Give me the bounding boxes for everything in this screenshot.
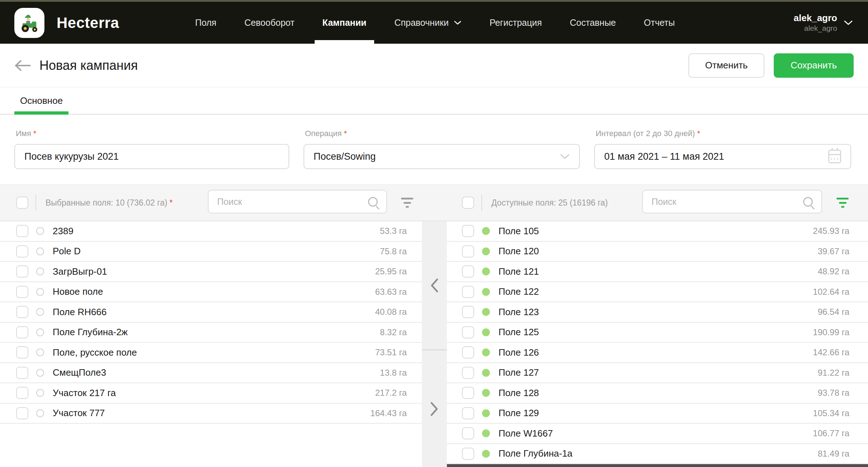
- field-status-circle-icon: [36, 348, 44, 356]
- list-item[interactable]: Поле 105245.93 га: [447, 221, 868, 242]
- select-all-available-checkbox[interactable]: [462, 197, 474, 209]
- tab-main[interactable]: Основное: [14, 87, 68, 114]
- field-status-dot-icon: [482, 450, 490, 458]
- field-status-dot-icon: [482, 288, 490, 296]
- user-menu[interactable]: alek_agro alek_agro: [794, 13, 853, 33]
- operation-select[interactable]: Посев/Sowing: [304, 144, 580, 169]
- required-asterisk: *: [344, 129, 347, 138]
- available-search: [642, 190, 822, 213]
- nav-item-reports[interactable]: Отчеты: [644, 2, 675, 44]
- row-checkbox[interactable]: [16, 367, 28, 379]
- field-status-circle-icon: [36, 369, 44, 377]
- chevron-down-icon: [844, 20, 853, 25]
- row-checkbox[interactable]: [462, 407, 474, 419]
- field-name: Pole D: [53, 246, 81, 257]
- row-checkbox[interactable]: [462, 326, 474, 338]
- list-item[interactable]: Участок 777164.43 га: [0, 404, 422, 424]
- date-range-picker[interactable]: 01 мая 2021 – 11 мая 2021: [594, 144, 851, 169]
- list-item[interactable]: Поле 122102.64 га: [447, 282, 868, 303]
- row-checkbox[interactable]: [462, 225, 474, 237]
- list-item[interactable]: Участок 217 га217.2 га: [0, 383, 422, 404]
- row-checkbox[interactable]: [462, 367, 474, 379]
- list-item[interactable]: СмещПоле313.8 га: [0, 363, 422, 384]
- row-checkbox[interactable]: [462, 387, 474, 399]
- list-item[interactable]: Поле 12396.54 га: [447, 302, 868, 323]
- row-checkbox[interactable]: [462, 286, 474, 298]
- arrow-left-icon: [14, 59, 32, 72]
- row-checkbox[interactable]: [16, 245, 28, 257]
- field-status-dot-icon: [482, 328, 490, 336]
- nav-item-registration[interactable]: Регистрация: [490, 2, 542, 44]
- nav-item-fields[interactable]: Поля: [195, 2, 216, 44]
- field-area: 106.77 га: [813, 428, 849, 438]
- row-checkbox[interactable]: [16, 387, 28, 399]
- row-checkbox[interactable]: [16, 346, 28, 358]
- field-area: 63.63 га: [375, 287, 407, 297]
- field-name: Поле RH666: [53, 307, 106, 318]
- list-item[interactable]: Поле Глубина-1а81.49 га: [447, 444, 868, 464]
- row-checkbox[interactable]: [16, 326, 28, 338]
- field-status-circle-icon: [36, 288, 44, 296]
- nav-item-composites[interactable]: Составные: [570, 2, 616, 44]
- back-button[interactable]: [14, 58, 33, 73]
- horizontal-scrollbar[interactable]: [447, 464, 868, 467]
- field-lists: 238953.3 гаPole D75.8 гаЗагрВыгр-0125.95…: [0, 221, 868, 467]
- list-item[interactable]: ЗагрВыгр-0125.95 га: [0, 262, 422, 282]
- cancel-button[interactable]: Отменить: [688, 53, 764, 78]
- list-item[interactable]: Поле 12893.78 га: [447, 383, 868, 404]
- list-item[interactable]: Поле RH66640.08 га: [0, 302, 422, 323]
- list-item[interactable]: Поле 12039.67 га: [447, 242, 868, 262]
- row-checkbox[interactable]: [462, 265, 474, 278]
- row-checkbox[interactable]: [16, 407, 28, 419]
- row-checkbox[interactable]: [16, 265, 28, 278]
- list-item[interactable]: Поле 125190.99 га: [447, 323, 868, 343]
- list-item[interactable]: Поле W1667106.77 га: [447, 424, 868, 444]
- filter-icon-active[interactable]: [836, 198, 849, 208]
- selected-search-input[interactable]: [209, 197, 365, 207]
- nav-item-crop-rotation[interactable]: Севооборот: [244, 2, 295, 44]
- row-checkbox[interactable]: [462, 245, 474, 257]
- row-checkbox[interactable]: [462, 306, 474, 318]
- field-area: 8.32 га: [380, 327, 407, 337]
- field-status-circle-icon: [36, 328, 44, 336]
- available-panel-title: Доступные поля: 25 (16196 га): [491, 198, 608, 208]
- field-status-dot-icon: [482, 348, 490, 356]
- list-item[interactable]: Поле 12148.92 га: [447, 262, 868, 282]
- row-checkbox[interactable]: [16, 225, 28, 237]
- field-name: Новое поле: [53, 286, 103, 297]
- move-left-button[interactable]: [422, 221, 447, 350]
- list-item[interactable]: Новое поле63.63 га: [0, 282, 422, 303]
- list-item[interactable]: Поле 129105.34 га: [447, 404, 868, 424]
- select-all-selected-checkbox[interactable]: [16, 197, 28, 209]
- list-item[interactable]: Поле Глубина-2ж8.32 га: [0, 323, 422, 343]
- available-search-input[interactable]: [643, 197, 800, 207]
- field-area: 25.95 га: [375, 266, 407, 276]
- field-name: Поле Глубина-1а: [499, 448, 572, 459]
- row-checkbox[interactable]: [462, 346, 474, 358]
- field-area: 39.67 га: [818, 246, 849, 256]
- nav-item-campaigns[interactable]: Кампании: [323, 2, 367, 44]
- list-item[interactable]: Поле 126142.66 га: [447, 343, 868, 363]
- list-item[interactable]: Поле, русское поле73.51 га: [0, 343, 422, 363]
- chevron-left-icon: [430, 278, 439, 293]
- campaign-name-input[interactable]: [14, 144, 289, 169]
- row-checkbox[interactable]: [16, 286, 28, 298]
- row-checkbox[interactable]: [16, 306, 28, 318]
- save-button[interactable]: Сохранить: [774, 53, 854, 78]
- list-item[interactable]: Поле 12791.22 га: [447, 363, 868, 384]
- field-status-dot-icon: [482, 268, 490, 275]
- move-right-button[interactable]: [422, 351, 447, 467]
- nav-item-directories[interactable]: Справочники: [394, 2, 461, 44]
- list-item[interactable]: 238953.3 га: [0, 221, 422, 242]
- transfer-divider: [422, 221, 447, 467]
- field-status-dot-icon: [482, 227, 490, 235]
- field-area: 142.66 га: [813, 347, 849, 357]
- top-navbar: Hecterra ПоляСевооборотКампанииСправочни…: [0, 2, 868, 44]
- app-logo[interactable]: [14, 8, 44, 38]
- list-item[interactable]: Pole D75.8 га: [0, 242, 422, 262]
- filter-icon[interactable]: [401, 198, 413, 208]
- row-checkbox[interactable]: [462, 427, 474, 439]
- date-range-value: 01 мая 2021 – 11 мая 2021: [604, 151, 828, 162]
- row-checkbox[interactable]: [462, 448, 474, 460]
- required-asterisk: *: [170, 198, 173, 207]
